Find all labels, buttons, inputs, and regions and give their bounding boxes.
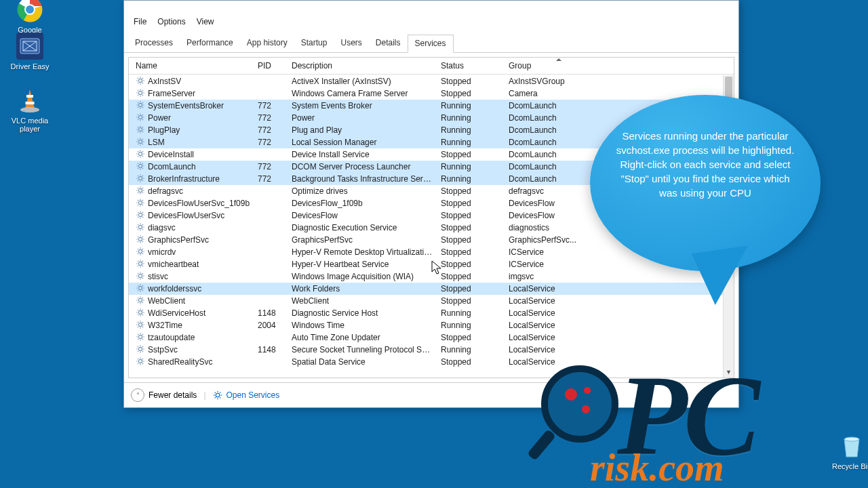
titlebar[interactable] (124, 1, 738, 14)
svg-line-69 (142, 155, 143, 156)
service-name: SharedRealitySvc (148, 357, 212, 367)
service-description: Secure Socket Tunneling Protocol Ser... (288, 345, 437, 354)
svg-line-59 (138, 138, 138, 139)
svg-point-225 (216, 393, 220, 397)
svg-point-153 (138, 274, 142, 277)
service-pid: 772 (254, 101, 288, 110)
svg-line-44 (138, 119, 138, 119)
svg-line-51 (142, 131, 143, 131)
svg-line-203 (138, 333, 138, 334)
open-services-link[interactable]: Open Services (213, 390, 280, 400)
tab-users[interactable]: Users (334, 35, 368, 52)
table-row[interactable]: FrameServerWindows Camera Frame ServerSt… (129, 87, 723, 100)
service-group: LocalService (505, 333, 613, 342)
menu-view[interactable]: View (193, 16, 218, 28)
service-pid: 772 (254, 125, 288, 135)
col-description[interactable]: Description (288, 61, 437, 70)
col-name[interactable]: Name (132, 61, 254, 70)
service-gear-icon (136, 198, 145, 209)
svg-point-135 (138, 249, 142, 253)
service-pid: 772 (254, 174, 288, 184)
service-group: imgsvc (505, 272, 613, 281)
svg-line-186 (142, 314, 143, 314)
table-row[interactable]: SstpSvc1148Secure Socket Tunneling Proto… (129, 344, 723, 356)
service-pid: 1148 (254, 308, 288, 318)
service-pid: 772 (254, 113, 288, 123)
tab-startup[interactable]: Startup (294, 35, 334, 52)
service-name: LSM (148, 138, 165, 147)
table-row[interactable]: WdiServiceHost1148Diagnostic Service Hos… (129, 307, 723, 319)
col-status[interactable]: Status (437, 61, 505, 70)
tab-details[interactable]: Details (369, 35, 408, 52)
service-status: Running (437, 138, 505, 147)
svg-line-16 (142, 77, 143, 78)
service-gear-icon (136, 113, 145, 124)
table-row[interactable]: vmicheartbeatHyper-V Heartbeat ServiceSt… (129, 258, 723, 270)
menubar: File Options View (124, 14, 738, 30)
table-row[interactable]: stisvcWindows Image Acquisition (WIA)Sto… (129, 270, 723, 283)
service-group: DcomLaunch (505, 101, 613, 110)
svg-line-221 (138, 358, 138, 359)
svg-point-81 (138, 176, 142, 180)
service-group: AxInstSVGroup (505, 77, 613, 86)
fewer-details-button[interactable]: ˄ Fewer details (131, 388, 197, 402)
service-pid: 772 (254, 138, 288, 147)
svg-line-97 (142, 187, 143, 188)
tab-services[interactable]: Services (408, 35, 454, 53)
service-name: BrokerInfrastructure (148, 174, 220, 184)
service-pid: 2004 (254, 321, 288, 330)
col-pid[interactable]: PID (254, 61, 288, 70)
svg-line-134 (138, 241, 138, 241)
svg-point-27 (138, 103, 142, 106)
service-status: Stopped (437, 150, 505, 159)
service-name: DcomLaunch (148, 162, 196, 171)
table-row[interactable]: workfolderssvcWork FoldersStoppedLocalSe… (129, 283, 723, 295)
svg-line-185 (138, 309, 138, 310)
tab-apphistory[interactable]: App history (240, 35, 294, 52)
menu-options[interactable]: Options (153, 16, 189, 28)
table-row[interactable]: SharedRealitySvcSpatial Data ServiceStop… (129, 356, 723, 368)
svg-line-96 (142, 192, 143, 192)
svg-line-123 (142, 228, 143, 229)
table-row[interactable]: W32Time2004Windows TimeRunningLocalServi… (129, 319, 723, 331)
svg-line-151 (142, 260, 143, 261)
drivereasy-icon (16, 33, 43, 60)
service-gear-icon (136, 296, 145, 307)
table-row[interactable]: AxInstSVActiveX Installer (AxInstSV)Stop… (129, 75, 723, 87)
svg-line-194 (138, 321, 138, 322)
table-row[interactable]: WebClientWebClientStoppedLocalService (129, 295, 723, 307)
service-gear-icon (136, 149, 145, 161)
svg-point-108 (138, 213, 142, 216)
desktop-icon-recycle[interactable]: Recycle Bin (826, 432, 868, 470)
service-description: DevicesFlow_1f09b (288, 199, 437, 208)
service-name: W32Time (148, 321, 182, 330)
svg-line-167 (138, 285, 138, 285)
menu-file[interactable]: File (130, 16, 151, 28)
service-gear-icon (136, 308, 145, 319)
svg-line-86 (138, 175, 138, 176)
scroll-down-icon[interactable]: ▼ (724, 367, 734, 378)
desktop-icon-vlc[interactable]: VLC media player (4, 87, 56, 133)
service-name: vmicheartbeat (148, 260, 199, 269)
svg-point-18 (138, 91, 142, 94)
service-name: stisvc (148, 272, 168, 281)
service-description: Local Session Manager (288, 138, 437, 147)
service-name: tzautoupdate (148, 333, 195, 342)
svg-line-195 (142, 326, 143, 327)
svg-line-15 (142, 82, 143, 83)
service-name: WdiServiceHost (148, 308, 205, 318)
tab-processes[interactable]: Processes (128, 35, 180, 52)
service-description: Windows Camera Frame Server (288, 89, 437, 98)
table-row[interactable]: tzautoupdateAuto Time Zone UpdaterStoppe… (129, 331, 723, 344)
table-row[interactable]: SystemEventsBroker772System Events Broke… (129, 100, 723, 112)
svg-line-114 (142, 216, 143, 217)
desktop-icon-drivereasy[interactable]: Driver Easy (4, 33, 56, 70)
service-gear-icon (136, 210, 145, 222)
service-name: GraphicsPerfSvc (148, 235, 209, 245)
svg-line-79 (142, 163, 143, 163)
col-group[interactable]: Group (505, 61, 613, 70)
svg-line-140 (138, 248, 138, 249)
tab-performance[interactable]: Performance (180, 35, 240, 52)
service-description: GraphicsPerfSvc (288, 235, 437, 245)
svg-line-178 (142, 297, 143, 298)
